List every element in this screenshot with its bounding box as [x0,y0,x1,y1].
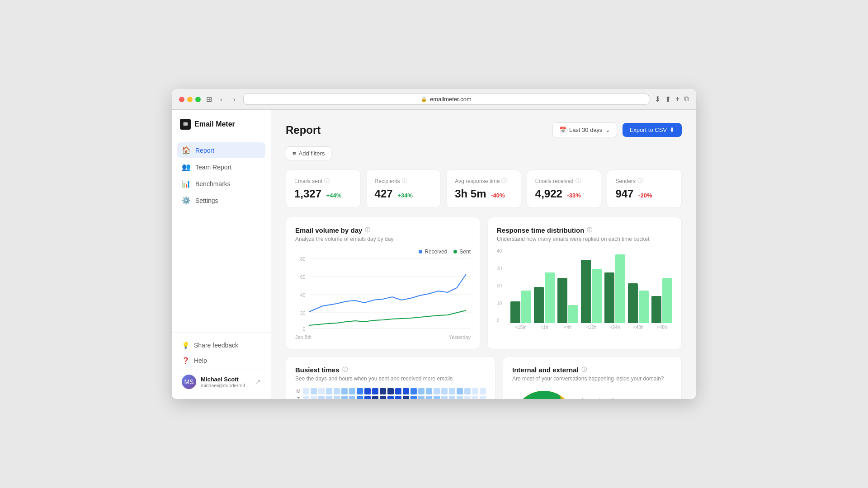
bar-dark [534,287,544,323]
heatmap-cell [318,396,325,399]
line-chart: 0 20 40 60 80 Jan 8th Yesterda [295,258,471,340]
heatmap-cell [410,396,417,399]
internal-external-subtitle: Are most of your conversations happening… [512,375,672,382]
stats-grid: Emails sent ⓘ 1,327 +44% Recipients ⓘ 42… [286,169,682,208]
bar-dark [557,278,567,323]
add-filters-label: Add filters [299,150,325,157]
chart-legend: Received Sent [295,249,471,255]
copy-icon[interactable]: ⧉ [684,95,689,103]
heatmap-cell [395,388,401,394]
help-item[interactable]: ❓ Help [177,353,265,368]
date-filter-button[interactable]: 📅 Last 30 days ⌄ [552,122,617,137]
info-icon-busiest[interactable]: ⓘ [342,366,348,374]
team-icon: 👥 [182,163,191,171]
stat-change-senders: -20% [638,192,652,199]
info-icon-chart2[interactable]: ⓘ [587,226,592,234]
avatar: MS [182,375,196,389]
stat-label-recipients: Recipients ⓘ [375,177,433,185]
bar-group-1h [534,272,555,323]
charts-grid-row1: Email volume by day ⓘ Analyze the volume… [286,217,682,349]
maximize-button[interactable] [195,97,201,102]
browser-chrome: ⊞ ‹ › 🔒 emailmeter.com ⬇ ⬆ + ⧉ [172,89,696,110]
bar-labels-x: <15m <1h <4h <12h <24h <48h >48h [497,325,672,330]
heatmap-cell [380,388,386,394]
heatmap-cell [341,388,348,394]
info-icon-4[interactable]: ⓘ [576,177,581,185]
bar-light [545,272,555,323]
bar-light [639,291,649,323]
stat-label-avg-response: Avg response time ⓘ [455,177,513,185]
settings-icon: ⚙️ [182,196,191,205]
new-tab-icon[interactable]: + [675,95,679,103]
info-icon[interactable]: ⓘ [324,177,330,185]
sidebar-logo: ✉ Email Meter [172,110,271,139]
heatmap-cell [303,388,309,394]
user-profile[interactable]: MS Michael Scott michael@dundermifflin.c… [177,370,265,394]
stat-card-emails-sent: Emails sent ⓘ 1,327 +44% [286,169,361,208]
add-filters-button[interactable]: ≡ Add filters [286,146,331,160]
bar-group-12h [581,260,602,323]
bar-group-4h [557,278,578,323]
heatmap-cell [418,396,425,399]
export-csv-button[interactable]: Export to CSV ⬇ [623,123,682,137]
heatmap-cell [441,388,448,394]
heatmap-cell [426,396,432,399]
app-container: ✉ Email Meter 🏠 Report 👥 Team Report 📊 B… [172,110,696,399]
internal-external-title: Internal and external ⓘ [512,366,672,374]
donut-chart [512,388,566,399]
bar-label-12h: <12h [581,325,602,330]
home-icon: 🏠 [182,146,191,155]
nav-label-benchmarks: Benchmarks [195,180,231,188]
sidebar-item-settings[interactable]: ⚙️ Settings [177,192,265,208]
bar-label-15m: <15m [510,325,531,330]
download-icon[interactable]: ⬇ [655,95,660,103]
sidebar-toggle-button[interactable]: ⊞ [206,95,212,103]
calendar-icon: 📅 [559,127,566,133]
sidebar: ✉ Email Meter 🏠 Report 👥 Team Report 📊 B… [172,110,271,399]
sidebar-bottom: 💡 Share feedback ❓ Help MS Michael Scott… [172,332,271,399]
page-title: Report [286,124,321,136]
response-time-subtitle: Understand how many emails were replied … [497,236,672,242]
minimize-button[interactable] [187,97,193,102]
main-content: Report 📅 Last 30 days ⌄ Export to CSV ⬇ [271,110,696,399]
info-icon-internal[interactable]: ⓘ [581,366,587,374]
share-icon[interactable]: ⬆ [665,95,671,103]
svg-text:60: 60 [300,275,306,280]
heatmap-cell [334,388,340,394]
info-icon-2[interactable]: ⓘ [402,177,407,185]
heatmap-cell [464,388,471,394]
info-icon-5[interactable]: ⓘ [637,177,643,185]
bar-light [615,254,625,323]
filter-icon: ≡ [292,150,296,157]
heatmap-cell [326,388,332,394]
stat-card-senders: Senders ⓘ 947 -20% [607,169,682,208]
heatmap-cell [480,388,486,394]
bar-label-4h: <4h [557,325,578,330]
page-header: Report 📅 Last 30 days ⌄ Export to CSV ⬇ [286,122,682,137]
info-icon-chart1[interactable]: ⓘ [365,226,370,234]
forward-button[interactable]: › [231,95,238,104]
email-volume-title: Email volume by day ⓘ [295,226,471,234]
row-label-t: T [295,396,302,399]
heatmap-cell [395,396,401,399]
benchmarks-icon: 📊 [182,179,191,188]
logout-icon[interactable]: ↗ [255,378,261,385]
sidebar-item-team-report[interactable]: 👥 Team Report [177,159,265,175]
stat-value-emails-received: 4,922 -33% [535,188,593,200]
share-feedback-item[interactable]: 💡 Share feedback [177,338,265,352]
info-icon-3[interactable]: ⓘ [501,177,507,185]
svg-text:0: 0 [303,327,306,332]
close-button[interactable] [179,97,184,102]
legend-dot-received [419,250,422,253]
stat-card-recipients: Recipients ⓘ 427 +34% [366,169,441,208]
bar-light [521,291,531,323]
internal-external-card: Internal and external ⓘ Are most of your… [503,357,682,399]
sidebar-item-benchmarks[interactable]: 📊 Benchmarks [177,176,265,192]
sidebar-item-report[interactable]: 🏠 Report [177,142,265,158]
heatmap-cell [311,396,317,399]
address-bar[interactable]: 🔒 emailmeter.com [243,94,649,105]
browser-window: ⊞ ‹ › 🔒 emailmeter.com ⬇ ⬆ + ⧉ ✉ Email M… [172,89,696,399]
back-button[interactable]: ‹ [217,95,225,104]
heatmap-cell [334,396,340,399]
help-icon: ❓ [182,357,189,364]
